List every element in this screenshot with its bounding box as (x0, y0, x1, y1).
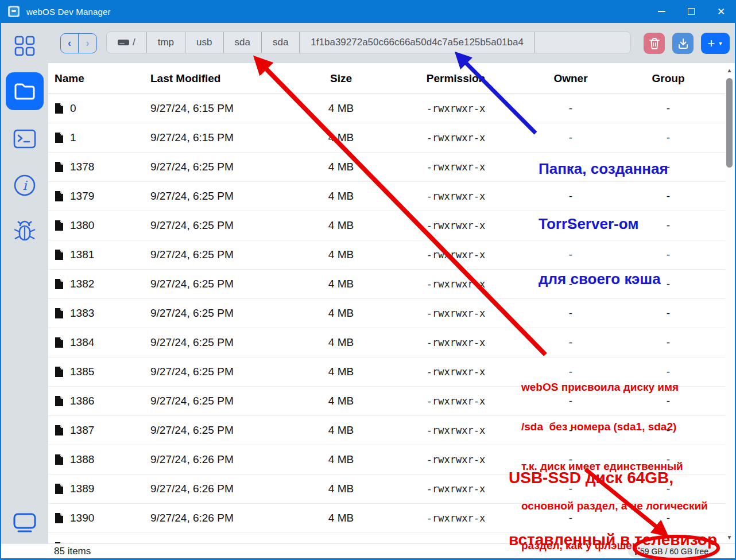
file-size: 4 MB (289, 453, 393, 466)
table-row[interactable]: 1383 9/27/24, 6:25 PM 4 MB -rwxrwxr-x - … (48, 299, 725, 328)
table-row[interactable]: 1384 9/27/24, 6:25 PM 4 MB -rwxrwxr-x - … (48, 328, 725, 357)
file-icon (55, 425, 64, 436)
download-button[interactable] (672, 33, 694, 54)
column-header-size[interactable]: Size (289, 72, 393, 85)
file-size: 4 MB (289, 336, 393, 349)
disk-usage-tick (635, 548, 637, 555)
file-group: - (622, 248, 714, 261)
table-row[interactable]: 1385 9/27/24, 6:25 PM 4 MB -rwxrwxr-x - … (48, 357, 725, 387)
minimize-icon (658, 11, 665, 12)
scroll-up-icon[interactable]: ▲ (725, 67, 734, 73)
breadcrumb: / tmp usb sda sda 1f1ba39272a50c66c66a50… (106, 32, 631, 53)
sidebar-item-terminal[interactable] (1, 125, 48, 153)
file-size: 4 MB (289, 395, 393, 407)
file-size: 4 MB (289, 131, 393, 144)
file-modified: 9/27/24, 6:25 PM (146, 248, 289, 261)
table-row[interactable]: 1390 9/27/24, 6:26 PM 4 MB -rwxrwxr-x - … (48, 504, 725, 533)
breadcrumb-root[interactable]: / (107, 32, 147, 53)
breadcrumb-sda[interactable]: sda (224, 32, 262, 53)
file-owner: - (519, 424, 622, 437)
file-icon (55, 249, 64, 260)
table-row[interactable]: 1388 9/27/24, 6:26 PM 4 MB -rwxrwxr-x - … (48, 445, 725, 475)
table-row[interactable]: 1382 9/27/24, 6:25 PM 4 MB -rwxrwxr-x - … (48, 270, 725, 299)
file-modified: 9/27/24, 6:25 PM (146, 307, 289, 320)
file-size: 4 MB (289, 219, 393, 232)
file-name: 1380 (70, 219, 94, 232)
breadcrumb-hash-folder[interactable]: 1f1ba39272a50c66c66a50d4c7a5e125b5a01ba4 (300, 32, 535, 53)
svg-text:i: i (22, 178, 28, 193)
file-modified: 9/27/24, 6:25 PM (146, 161, 289, 173)
nav-buttons: ‹ › (60, 33, 97, 53)
free-space-text: 59 GB / 60 GB free (640, 547, 708, 556)
file-modified: 9/27/24, 6:15 PM (146, 131, 289, 144)
column-header-modified[interactable]: Last Modified (146, 72, 289, 85)
file-name: 1383 (70, 307, 94, 320)
table-row[interactable]: 0 9/27/24, 6:15 PM 4 MB -rwxrwxr-x - - (48, 94, 725, 123)
table-row[interactable]: 1378 9/27/24, 6:25 PM 4 MB -rwxrwxr-x - … (48, 153, 725, 182)
back-button[interactable]: ‹ (61, 34, 79, 53)
file-modified: 9/27/24, 6:25 PM (146, 395, 289, 407)
file-owner: - (519, 395, 622, 407)
file-owner: - (519, 483, 622, 495)
sidebar-item-debug[interactable] (1, 218, 48, 246)
forward-button[interactable]: › (79, 34, 96, 53)
tv-icon (12, 512, 37, 533)
table-row[interactable]: 1386 9/27/24, 6:25 PM 4 MB -rwxrwxr-x - … (48, 387, 725, 416)
column-header-name[interactable]: Name (48, 72, 146, 85)
add-button[interactable]: + ▼ (701, 33, 730, 54)
trash-icon (649, 38, 660, 49)
delete-button[interactable] (644, 33, 665, 54)
close-button[interactable]: ✕ (706, 0, 736, 23)
sidebar-item-info[interactable]: i (1, 172, 48, 199)
file-group: - (622, 307, 714, 320)
sidebar-item-tv[interactable] (1, 509, 48, 536)
file-group: - (622, 131, 714, 144)
file-size: 4 MB (289, 307, 393, 320)
table-row[interactable]: 1389 9/27/24, 6:26 PM 4 MB -rwxrwxr-x - … (48, 475, 725, 504)
table-row[interactable]: 1381 9/27/24, 6:25 PM 4 MB -rwxrwxr-x - … (48, 240, 725, 270)
file-modified: 9/27/24, 6:26 PM (146, 453, 289, 466)
column-header-owner[interactable]: Owner (519, 72, 622, 85)
file-permission: -rwxrwxr-x (393, 132, 519, 143)
file-icon (55, 220, 64, 231)
toolbar: ‹ › / tmp usb sda sda 1f1ba39272a50c66c6… (48, 23, 735, 63)
table-header: Name Last Modified Size Permission Owner… (48, 63, 725, 94)
table-row[interactable]: 1379 9/27/24, 6:25 PM 4 MB -rwxrwxr-x - … (48, 182, 725, 211)
file-size: 4 MB (289, 102, 393, 115)
table-row[interactable]: 1380 9/27/24, 6:25 PM 4 MB -rwxrwxr-x - … (48, 211, 725, 240)
file-icon (55, 278, 64, 290)
file-owner: - (519, 190, 622, 203)
column-header-group[interactable]: Group (622, 72, 714, 85)
file-group: - (622, 395, 714, 407)
app-icon (8, 6, 20, 17)
file-permission: -rwxrwxr-x (393, 220, 519, 231)
file-icon (55, 103, 64, 114)
file-owner: - (519, 336, 622, 349)
breadcrumb-filler (535, 32, 630, 53)
file-size: 4 MB (289, 512, 393, 524)
maximize-button[interactable] (676, 0, 706, 23)
file-modified: 9/27/24, 6:26 PM (146, 483, 289, 495)
breadcrumb-tmp[interactable]: tmp (147, 32, 185, 53)
free-space-badge: 59 GB / 60 GB free (628, 545, 715, 557)
sidebar-item-apps[interactable] (1, 32, 48, 60)
table-row[interactable]: 1391 9/27/24, 6:26 PM 4 MB -rwxrwxr-x - … (48, 533, 725, 543)
column-header-permission[interactable]: Permission (393, 72, 519, 85)
scrollbar-thumb[interactable] (726, 78, 733, 168)
apps-grid-icon (14, 35, 36, 57)
breadcrumb-sda-2[interactable]: sda (262, 32, 300, 53)
minimize-button[interactable] (646, 0, 676, 23)
file-permission: -rwxrwxr-x (393, 483, 519, 495)
file-name: 1378 (70, 161, 94, 173)
table-row[interactable]: 1 9/27/24, 6:15 PM 4 MB -rwxrwxr-x - - (48, 123, 725, 153)
file-permission: -rwxrwxr-x (393, 395, 519, 407)
chevron-right-icon: › (86, 37, 90, 49)
items-count: 85 items (54, 546, 91, 557)
scroll-down-icon[interactable]: ▼ (725, 534, 734, 540)
table-row[interactable]: 1387 9/27/24, 6:25 PM 4 MB -rwxrwxr-x - … (48, 416, 725, 445)
file-permission: -rwxrwxr-x (393, 366, 519, 378)
file-modified: 9/27/24, 6:25 PM (146, 424, 289, 437)
breadcrumb-usb[interactable]: usb (185, 32, 223, 53)
sidebar-item-files-selected[interactable] (6, 72, 44, 110)
file-group: - (622, 453, 714, 466)
